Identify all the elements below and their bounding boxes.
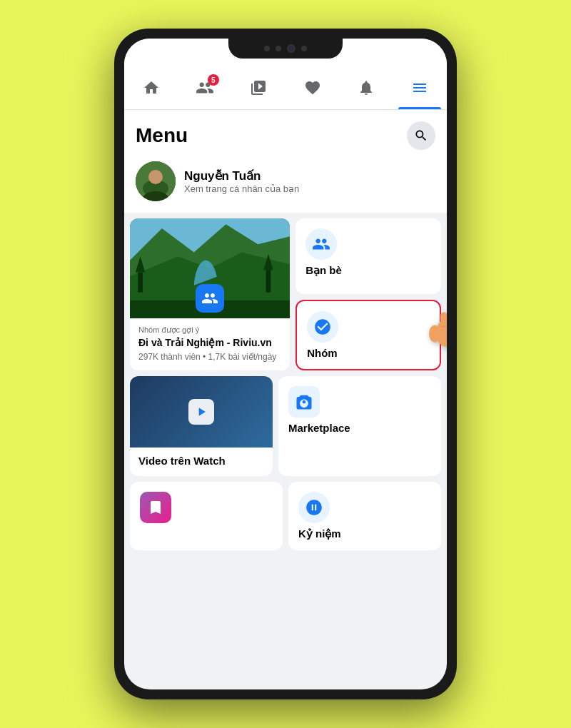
memories-card[interactable]: Kỷ niệm (288, 482, 441, 550)
profile-info: Nguyễn Tuấn Xem trang cá nhân của bạn (184, 168, 299, 194)
grid-row-2: Video trên Watch Marketplace (130, 376, 441, 476)
nav-bar: 5 (124, 70, 447, 110)
content-area: Nhóm được gợi ý Đi và Trải Nghiệm - Rivi… (124, 213, 447, 689)
search-icon (414, 128, 428, 143)
watch-icon (250, 79, 267, 101)
avatar-svg (136, 161, 176, 201)
avatar-image (136, 161, 176, 201)
watch-card-image (130, 376, 273, 448)
friends-badge: 5 (208, 74, 219, 86)
marketplace-card[interactable]: Marketplace (278, 376, 441, 476)
bell-icon (358, 79, 375, 101)
nhom-svg-icon (313, 318, 332, 336)
home-icon (143, 79, 160, 101)
menu-header: Menu (124, 110, 447, 156)
memories-icon (305, 498, 323, 517)
menu-icon (411, 79, 428, 101)
grid-row-3: Kỷ niệm (130, 482, 441, 550)
nav-menu[interactable] (393, 70, 447, 109)
watch-label: Video trên Watch (138, 455, 226, 467)
status-bar (124, 39, 447, 70)
nhom-icon-circle (307, 311, 338, 343)
phone-device: 5 (114, 29, 457, 699)
watch-card[interactable]: Video trên Watch (130, 376, 273, 476)
watch-card-info: Video trên Watch (130, 448, 273, 476)
play-icon-box (188, 399, 214, 425)
svg-rect-10 (138, 273, 143, 293)
nhom-wrapper: Nhóm (295, 300, 441, 370)
sensor-dot2 (301, 46, 307, 51)
notch (228, 39, 343, 59)
hand-pointer (423, 306, 447, 364)
bottom-left-icon (140, 492, 171, 523)
friends-label: Bạn bè (305, 264, 342, 277)
play-icon (194, 405, 208, 419)
avatar (136, 161, 176, 201)
group-info: Nhóm được gợi ý Đi và Trải Nghiệm - Rivi… (130, 318, 290, 370)
search-button[interactable] (407, 121, 435, 150)
profile-name: Nguyễn Tuấn (184, 168, 299, 183)
speaker (264, 46, 270, 51)
hand-svg (423, 306, 447, 356)
svg-point-20 (429, 325, 440, 342)
group-image (130, 218, 290, 318)
profile-subtitle: Xem trang cá nhân của bạn (184, 183, 299, 194)
suggested-label: Nhóm được gợi ý (138, 325, 281, 335)
marketplace-label: Marketplace (288, 422, 350, 434)
profile-row[interactable]: Nguyễn Tuấn Xem trang cá nhân của bạn (124, 156, 447, 213)
friends-icon-circle (305, 228, 337, 260)
memories-icon-circle (298, 492, 330, 523)
svg-rect-16 (440, 312, 447, 328)
bottom-left-card[interactable] (130, 482, 283, 550)
friends-svg-icon (312, 235, 330, 253)
marketplace-icon-box (288, 386, 320, 418)
group-suggested-card[interactable]: Nhóm được gợi ý Đi và Trải Nghiệm - Rivi… (130, 218, 290, 370)
friends-card[interactable]: Bạn bè (295, 218, 441, 294)
heart-icon (304, 79, 321, 101)
group-overlay-icon (201, 290, 218, 307)
nav-friends[interactable]: 5 (178, 70, 231, 109)
group-name: Đi và Trải Nghiệm - Riviu.vn (138, 336, 281, 349)
nav-dating[interactable] (286, 70, 339, 109)
nhom-label: Nhóm (307, 347, 338, 359)
svg-point-2 (148, 170, 163, 184)
phone-screen: 5 (124, 39, 447, 689)
grid-row-1: Nhóm được gợi ý Đi và Trải Nghiệm - Rivi… (130, 218, 441, 370)
camera (287, 44, 295, 53)
page-title: Menu (136, 124, 188, 147)
nav-watch[interactable] (232, 70, 286, 109)
nhom-card[interactable]: Nhóm (295, 300, 441, 370)
marketplace-icon (294, 392, 314, 412)
nav-notifications[interactable] (339, 70, 393, 109)
sensor-dot (276, 46, 281, 51)
bookmark-icon (147, 499, 164, 516)
group-stats: 297K thành viên • 1,7K bài viết/ngày (138, 352, 281, 362)
memories-label: Kỷ niệm (298, 527, 341, 540)
nav-home[interactable] (124, 70, 178, 109)
svg-rect-12 (266, 270, 271, 292)
group-icon-overlay (196, 284, 224, 313)
